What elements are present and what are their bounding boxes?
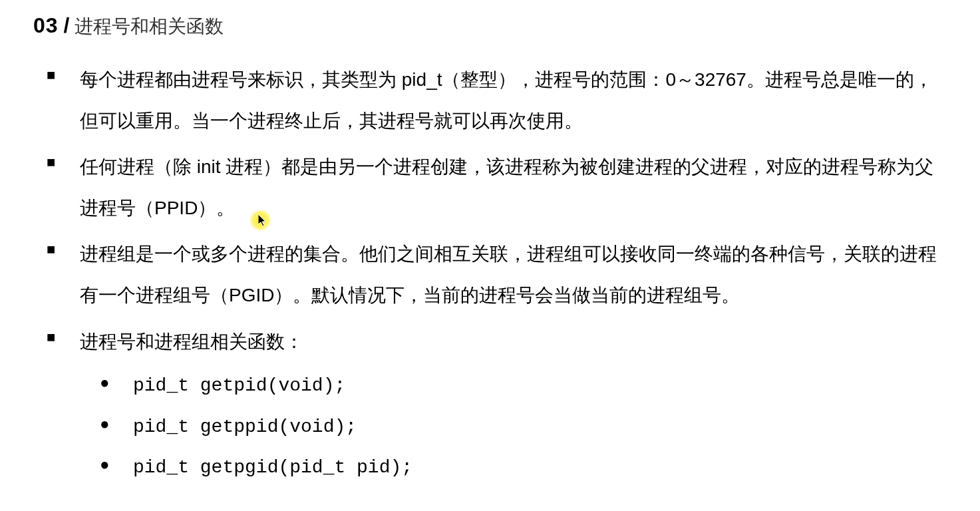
bullet-item: 进程号和进程组相关函数： pid_t getpid(void); pid_t g… <box>47 321 947 488</box>
function-item: pid_t getppid(void); <box>100 407 947 448</box>
bullet-text: 每个进程都由进程号来标识，其类型为 pid_t（整型），进程号的范围：0～327… <box>80 69 933 131</box>
heading-title: 进程号和相关函数 <box>75 14 224 39</box>
bullet-item: 每个进程都由进程号来标识，其类型为 pid_t（整型），进程号的范围：0～327… <box>47 59 947 141</box>
bullet-item: 任何进程（除 init 进程）都是由另一个进程创建，该进程称为被创建进程的父进程… <box>47 146 947 228</box>
bullet-list: 每个进程都由进程号来标识，其类型为 pid_t（整型），进程号的范围：0～327… <box>47 59 947 488</box>
function-text: pid_t getpid(void); <box>133 375 345 396</box>
slide-content: 03 / 进程号和相关函数 每个进程都由进程号来标识，其类型为 pid_t（整型… <box>0 0 980 507</box>
function-item: pid_t getpid(void); <box>100 365 947 407</box>
bullet-item: 进程组是一个或多个进程的集合。他们之间相互关联，进程组可以接收同一终端的各种信号… <box>47 234 947 315</box>
heading-number: 03 <box>33 13 59 38</box>
bullet-text: 任何进程（除 init 进程）都是由另一个进程创建，该进程称为被创建进程的父进程… <box>80 156 933 218</box>
bullet-text: 进程组是一个或多个进程的集合。他们之间相互关联，进程组可以接收同一终端的各种信号… <box>80 244 937 305</box>
function-text: pid_t getpgid(pid_t pid); <box>133 457 412 478</box>
bullet-text: 进程号和进程组相关函数： <box>80 331 303 352</box>
function-text: pid_t getppid(void); <box>133 417 357 437</box>
function-list: pid_t getpid(void); pid_t getppid(void);… <box>100 365 947 488</box>
heading-slash: / <box>64 13 70 38</box>
function-item: pid_t getpgid(pid_t pid); <box>100 447 947 488</box>
heading: 03 / 进程号和相关函数 <box>33 13 947 39</box>
